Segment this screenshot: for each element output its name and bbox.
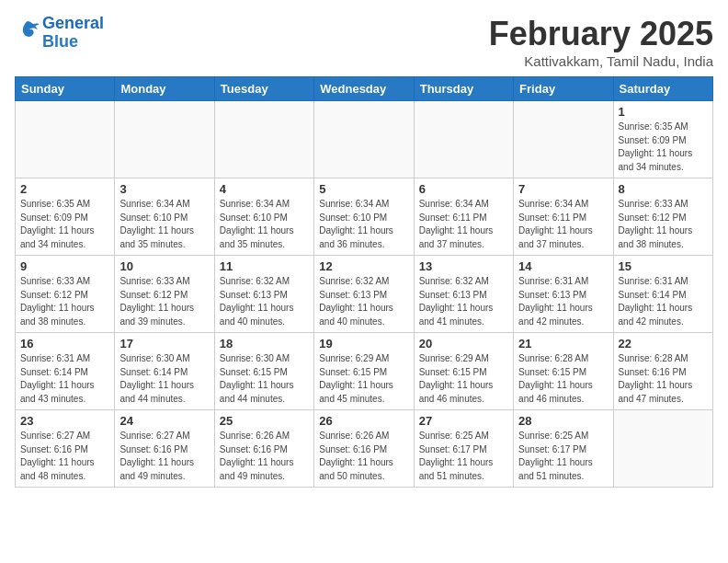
day-info: Sunrise: 6:31 AM Sunset: 6:14 PM Dayligh… [619, 275, 708, 328]
day-info: Sunrise: 6:35 AM Sunset: 6:09 PM Dayligh… [619, 121, 708, 174]
calendar-day-cell [214, 101, 313, 178]
calendar-day-cell: 14Sunrise: 6:31 AM Sunset: 6:13 PM Dayli… [514, 256, 613, 333]
calendar-day-header: Monday [115, 77, 214, 101]
calendar-day-cell: 26Sunrise: 6:26 AM Sunset: 6:16 PM Dayli… [314, 410, 414, 488]
day-number: 27 [419, 414, 508, 428]
calendar-day-cell: 22Sunrise: 6:28 AM Sunset: 6:16 PM Dayli… [613, 333, 712, 410]
day-number: 13 [419, 259, 508, 273]
day-info: Sunrise: 6:34 AM Sunset: 6:11 PM Dayligh… [419, 198, 508, 251]
calendar-day-cell: 5Sunrise: 6:34 AM Sunset: 6:10 PM Daylig… [314, 178, 414, 256]
day-number: 1 [619, 105, 708, 119]
day-number: 24 [119, 414, 209, 428]
calendar-day-cell: 12Sunrise: 6:32 AM Sunset: 6:13 PM Dayli… [314, 256, 414, 333]
day-number: 5 [319, 182, 408, 196]
day-number: 20 [419, 337, 508, 350]
day-info: Sunrise: 6:30 AM Sunset: 6:15 PM Dayligh… [220, 352, 309, 406]
day-number: 26 [319, 414, 408, 428]
calendar-day-cell: 7Sunrise: 6:34 AM Sunset: 6:11 PM Daylig… [514, 178, 613, 256]
calendar-subtitle: Kattivakkam, Tamil Nadu, India [489, 53, 713, 69]
calendar-day-cell: 18Sunrise: 6:30 AM Sunset: 6:15 PM Dayli… [214, 333, 313, 410]
day-number: 7 [518, 182, 608, 196]
day-info: Sunrise: 6:29 AM Sunset: 6:15 PM Dayligh… [419, 352, 508, 406]
logo-bird-icon [15, 18, 40, 44]
day-number: 4 [220, 182, 309, 196]
calendar-week-row: 9Sunrise: 6:33 AM Sunset: 6:12 PM Daylig… [16, 256, 713, 333]
calendar-day-cell [314, 101, 414, 178]
day-info: Sunrise: 6:28 AM Sunset: 6:16 PM Dayligh… [619, 352, 708, 406]
day-info: Sunrise: 6:28 AM Sunset: 6:15 PM Dayligh… [518, 352, 608, 406]
logo-text: General [42, 15, 104, 33]
day-info: Sunrise: 6:27 AM Sunset: 6:16 PM Dayligh… [119, 430, 209, 483]
calendar-day-cell: 13Sunrise: 6:32 AM Sunset: 6:13 PM Dayli… [414, 256, 513, 333]
day-info: Sunrise: 6:34 AM Sunset: 6:10 PM Dayligh… [119, 198, 209, 251]
calendar-day-cell [613, 410, 712, 488]
calendar-week-row: 1Sunrise: 6:35 AM Sunset: 6:09 PM Daylig… [16, 101, 713, 178]
day-info: Sunrise: 6:33 AM Sunset: 6:12 PM Dayligh… [619, 198, 708, 251]
day-number: 28 [518, 414, 608, 428]
day-number: 16 [20, 337, 109, 350]
calendar-day-cell [414, 101, 513, 178]
calendar-day-cell: 6Sunrise: 6:34 AM Sunset: 6:11 PM Daylig… [414, 178, 513, 256]
day-info: Sunrise: 6:25 AM Sunset: 6:17 PM Dayligh… [419, 430, 508, 483]
calendar-week-row: 16Sunrise: 6:31 AM Sunset: 6:14 PM Dayli… [16, 333, 713, 410]
day-info: Sunrise: 6:27 AM Sunset: 6:16 PM Dayligh… [20, 430, 109, 483]
calendar-day-cell: 3Sunrise: 6:34 AM Sunset: 6:10 PM Daylig… [115, 178, 214, 256]
day-number: 25 [220, 414, 309, 428]
calendar-week-row: 23Sunrise: 6:27 AM Sunset: 6:16 PM Dayli… [16, 410, 713, 488]
day-info: Sunrise: 6:35 AM Sunset: 6:09 PM Dayligh… [20, 198, 109, 251]
calendar-day-cell: 2Sunrise: 6:35 AM Sunset: 6:09 PM Daylig… [16, 178, 115, 256]
day-info: Sunrise: 6:34 AM Sunset: 6:10 PM Dayligh… [319, 198, 408, 251]
calendar-day-cell: 28Sunrise: 6:25 AM Sunset: 6:17 PM Dayli… [514, 410, 613, 488]
day-number: 10 [119, 259, 209, 273]
calendar-header-row: SundayMondayTuesdayWednesdayThursdayFrid… [16, 77, 713, 101]
day-info: Sunrise: 6:32 AM Sunset: 6:13 PM Dayligh… [319, 275, 408, 328]
calendar-day-header: Sunday [16, 77, 115, 101]
day-number: 3 [119, 182, 209, 196]
calendar-day-cell: 8Sunrise: 6:33 AM Sunset: 6:12 PM Daylig… [613, 178, 712, 256]
day-info: Sunrise: 6:30 AM Sunset: 6:14 PM Dayligh… [119, 352, 209, 406]
day-number: 11 [220, 259, 309, 273]
calendar-day-cell: 27Sunrise: 6:25 AM Sunset: 6:17 PM Dayli… [414, 410, 513, 488]
calendar-day-cell: 9Sunrise: 6:33 AM Sunset: 6:12 PM Daylig… [16, 256, 115, 333]
day-number: 21 [518, 337, 608, 350]
calendar-day-cell: 25Sunrise: 6:26 AM Sunset: 6:16 PM Dayli… [214, 410, 313, 488]
day-info: Sunrise: 6:29 AM Sunset: 6:15 PM Dayligh… [319, 352, 408, 406]
logo: General Blue [15, 15, 104, 52]
day-info: Sunrise: 6:33 AM Sunset: 6:12 PM Dayligh… [119, 275, 209, 328]
calendar-day-cell: 17Sunrise: 6:30 AM Sunset: 6:14 PM Dayli… [115, 333, 214, 410]
calendar-day-header: Friday [514, 77, 613, 101]
day-info: Sunrise: 6:33 AM Sunset: 6:12 PM Dayligh… [20, 275, 109, 328]
calendar-day-header: Wednesday [314, 77, 414, 101]
day-info: Sunrise: 6:25 AM Sunset: 6:17 PM Dayligh… [518, 430, 608, 483]
calendar-day-header: Tuesday [214, 77, 313, 101]
page-header: General Blue February 2025 Kattivakkam, … [15, 15, 713, 69]
calendar-day-cell [115, 101, 214, 178]
day-number: 18 [220, 337, 309, 350]
day-info: Sunrise: 6:26 AM Sunset: 6:16 PM Dayligh… [319, 430, 408, 483]
calendar-day-header: Saturday [613, 77, 712, 101]
calendar-day-cell: 16Sunrise: 6:31 AM Sunset: 6:14 PM Dayli… [16, 333, 115, 410]
calendar-day-cell: 23Sunrise: 6:27 AM Sunset: 6:16 PM Dayli… [16, 410, 115, 488]
calendar-day-cell: 4Sunrise: 6:34 AM Sunset: 6:10 PM Daylig… [214, 178, 313, 256]
day-number: 22 [619, 337, 708, 350]
day-number: 8 [619, 182, 708, 196]
day-info: Sunrise: 6:31 AM Sunset: 6:13 PM Dayligh… [518, 275, 608, 328]
calendar-day-header: Thursday [414, 77, 513, 101]
calendar-day-cell: 11Sunrise: 6:32 AM Sunset: 6:13 PM Dayli… [214, 256, 313, 333]
day-number: 2 [20, 182, 109, 196]
day-number: 17 [119, 337, 209, 350]
calendar-week-row: 2Sunrise: 6:35 AM Sunset: 6:09 PM Daylig… [16, 178, 713, 256]
day-info: Sunrise: 6:34 AM Sunset: 6:11 PM Dayligh… [518, 198, 608, 251]
calendar-day-cell: 15Sunrise: 6:31 AM Sunset: 6:14 PM Dayli… [613, 256, 712, 333]
day-info: Sunrise: 6:34 AM Sunset: 6:10 PM Dayligh… [220, 198, 309, 251]
day-info: Sunrise: 6:32 AM Sunset: 6:13 PM Dayligh… [220, 275, 309, 328]
calendar-day-cell: 24Sunrise: 6:27 AM Sunset: 6:16 PM Dayli… [115, 410, 214, 488]
day-info: Sunrise: 6:32 AM Sunset: 6:13 PM Dayligh… [419, 275, 508, 328]
logo-text2: Blue [42, 33, 104, 52]
day-info: Sunrise: 6:26 AM Sunset: 6:16 PM Dayligh… [220, 430, 309, 483]
day-info: Sunrise: 6:31 AM Sunset: 6:14 PM Dayligh… [20, 352, 109, 406]
calendar-day-cell: 19Sunrise: 6:29 AM Sunset: 6:15 PM Dayli… [314, 333, 414, 410]
day-number: 9 [20, 259, 109, 273]
calendar-day-cell: 1Sunrise: 6:35 AM Sunset: 6:09 PM Daylig… [613, 101, 712, 178]
calendar-title: February 2025 [489, 15, 713, 53]
